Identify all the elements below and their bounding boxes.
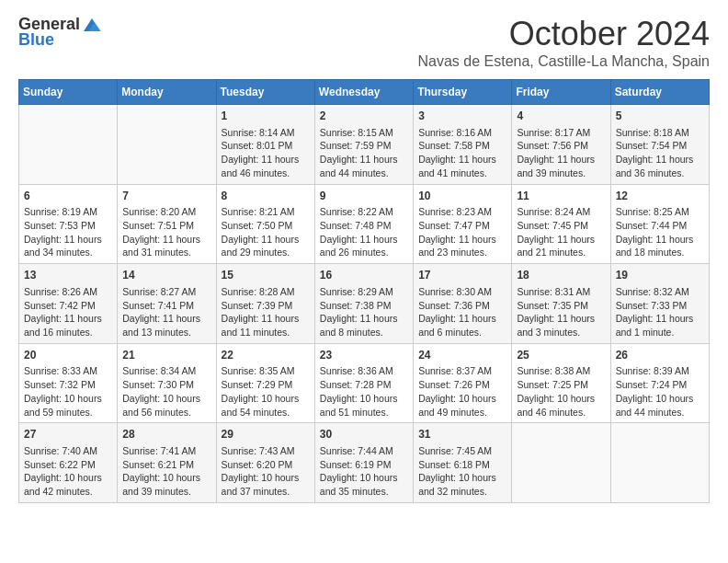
day-info-line: Sunrise: 8:24 AM (517, 205, 605, 219)
calendar-cell: 13Sunrise: 8:26 AMSunset: 7:42 PMDayligh… (19, 264, 118, 344)
day-number: 5 (616, 109, 704, 124)
day-info-line: Daylight: 11 hours and 16 minutes. (24, 312, 112, 339)
calendar-cell: 12Sunrise: 8:25 AMSunset: 7:44 PMDayligh… (610, 184, 709, 264)
day-header-thursday: Thursday (414, 80, 512, 105)
calendar-cell: 24Sunrise: 8:37 AMSunset: 7:26 PMDayligh… (414, 343, 512, 423)
calendar-cell: 10Sunrise: 8:23 AMSunset: 7:47 PMDayligh… (414, 184, 512, 264)
day-info-line: Daylight: 11 hours and 39 minutes. (517, 153, 605, 179)
calendar-cell: 31Sunrise: 7:45 AMSunset: 6:18 PMDayligh… (414, 423, 512, 503)
day-number: 19 (616, 268, 704, 283)
day-header-monday: Monday (118, 80, 216, 105)
day-info-line: Sunrise: 8:37 AM (418, 364, 506, 378)
day-info-line: Daylight: 11 hours and 1 minute. (616, 312, 704, 339)
day-number: 3 (418, 109, 506, 124)
calendar-cell: 29Sunrise: 7:43 AMSunset: 6:20 PMDayligh… (216, 423, 314, 503)
day-number: 12 (616, 189, 704, 204)
calendar-cell: 3Sunrise: 8:16 AMSunset: 7:58 PMDaylight… (414, 105, 512, 185)
day-number: 9 (320, 189, 408, 204)
day-info-line: Daylight: 11 hours and 6 minutes. (418, 312, 506, 339)
calendar-cell: 25Sunrise: 8:38 AMSunset: 7:25 PMDayligh… (512, 343, 610, 423)
day-number: 7 (122, 189, 210, 204)
day-info-line: Daylight: 10 hours and 37 minutes. (222, 471, 310, 498)
day-info-line: Sunrise: 8:35 AM (222, 364, 310, 378)
day-info-line: Sunrise: 8:30 AM (418, 285, 506, 299)
day-info-line: Sunrise: 8:32 AM (616, 285, 704, 299)
day-header-wednesday: Wednesday (314, 80, 413, 105)
day-info-line: Sunrise: 8:22 AM (320, 205, 408, 219)
day-info-line: Daylight: 11 hours and 23 minutes. (418, 233, 506, 259)
day-number: 24 (418, 348, 506, 363)
day-info-line: Daylight: 11 hours and 8 minutes. (320, 312, 408, 339)
calendar-cell (19, 105, 118, 185)
day-info-line: Sunset: 7:45 PM (517, 219, 605, 233)
day-number: 25 (517, 348, 605, 363)
calendar-cell: 9Sunrise: 8:22 AMSunset: 7:48 PMDaylight… (314, 184, 413, 264)
day-info-line: Sunrise: 8:18 AM (616, 126, 704, 140)
calendar-cell: 23Sunrise: 8:36 AMSunset: 7:28 PMDayligh… (314, 343, 413, 423)
logo-blue-text: Blue (18, 31, 54, 50)
calendar-header-row: SundayMondayTuesdayWednesdayThursdayFrid… (19, 80, 710, 105)
day-info-line: Sunrise: 8:27 AM (122, 285, 210, 299)
day-info-line: Sunset: 7:59 PM (320, 139, 408, 153)
day-info-line: Sunrise: 8:16 AM (418, 126, 506, 140)
calendar-cell (512, 423, 610, 503)
day-info-line: Sunrise: 7:45 AM (418, 444, 506, 458)
calendar-cell: 15Sunrise: 8:28 AMSunset: 7:39 PMDayligh… (216, 264, 314, 344)
day-info-line: Sunset: 7:54 PM (616, 139, 704, 153)
day-info-line: Daylight: 11 hours and 36 minutes. (616, 153, 704, 179)
day-number: 20 (24, 348, 112, 363)
calendar-week-row: 6Sunrise: 8:19 AMSunset: 7:53 PMDaylight… (19, 184, 710, 264)
day-info-line: Sunset: 8:01 PM (222, 139, 310, 153)
day-header-saturday: Saturday (610, 80, 709, 105)
month-title: October 2024 (417, 15, 710, 53)
day-number: 29 (222, 427, 310, 442)
day-info-line: Sunrise: 8:33 AM (24, 364, 112, 378)
day-number: 26 (616, 348, 704, 363)
day-info-line: Sunrise: 8:39 AM (616, 364, 704, 378)
day-number: 2 (320, 109, 408, 124)
day-info-line: Daylight: 10 hours and 42 minutes. (24, 471, 112, 498)
calendar-cell: 28Sunrise: 7:41 AMSunset: 6:21 PMDayligh… (118, 423, 216, 503)
day-info-line: Sunrise: 8:23 AM (418, 205, 506, 219)
calendar-cell: 16Sunrise: 8:29 AMSunset: 7:38 PMDayligh… (314, 264, 413, 344)
day-info-line: Sunset: 7:58 PM (418, 139, 506, 153)
day-info-line: Sunset: 7:48 PM (320, 219, 408, 233)
day-info-line: Sunset: 7:56 PM (517, 139, 605, 153)
day-info-line: Sunset: 7:26 PM (418, 378, 506, 392)
day-info-line: Daylight: 10 hours and 51 minutes. (320, 392, 408, 419)
day-info-line: Sunset: 7:38 PM (320, 299, 408, 313)
day-info-line: Daylight: 11 hours and 13 minutes. (122, 312, 210, 339)
calendar-week-row: 20Sunrise: 8:33 AMSunset: 7:32 PMDayligh… (19, 343, 710, 423)
day-info-line: Daylight: 10 hours and 35 minutes. (320, 471, 408, 498)
calendar-cell: 20Sunrise: 8:33 AMSunset: 7:32 PMDayligh… (19, 343, 118, 423)
day-info-line: Sunset: 7:35 PM (517, 299, 605, 313)
header: General Blue October 2024 Navas de Esten… (18, 15, 710, 70)
day-info-line: Sunset: 7:42 PM (24, 299, 112, 313)
day-info-line: Daylight: 11 hours and 29 minutes. (222, 233, 310, 259)
day-info-line: Sunset: 7:50 PM (222, 219, 310, 233)
calendar-cell: 27Sunrise: 7:40 AMSunset: 6:22 PMDayligh… (19, 423, 118, 503)
calendar-cell: 7Sunrise: 8:20 AMSunset: 7:51 PMDaylight… (118, 184, 216, 264)
day-info-line: Sunrise: 7:44 AM (320, 444, 408, 458)
day-info-line: Sunrise: 8:25 AM (616, 205, 704, 219)
day-info-line: Sunrise: 7:40 AM (24, 444, 112, 458)
day-info-line: Sunrise: 8:26 AM (24, 285, 112, 299)
day-info-line: Daylight: 11 hours and 18 minutes. (616, 233, 704, 259)
day-number: 30 (320, 427, 408, 442)
day-info-line: Daylight: 11 hours and 31 minutes. (122, 233, 210, 259)
calendar-cell: 5Sunrise: 8:18 AMSunset: 7:54 PMDaylight… (610, 105, 709, 185)
calendar-cell: 17Sunrise: 8:30 AMSunset: 7:36 PMDayligh… (414, 264, 512, 344)
day-number: 21 (122, 348, 210, 363)
day-info-line: Sunset: 6:22 PM (24, 458, 112, 472)
day-number: 18 (517, 268, 605, 283)
day-info-line: Sunrise: 8:21 AM (222, 205, 310, 219)
day-header-friday: Friday (512, 80, 610, 105)
day-info-line: Sunrise: 8:29 AM (320, 285, 408, 299)
day-info-line: Sunrise: 8:31 AM (517, 285, 605, 299)
day-info-line: Daylight: 11 hours and 11 minutes. (222, 312, 310, 339)
day-info-line: Sunrise: 7:41 AM (122, 444, 210, 458)
day-info-line: Daylight: 11 hours and 26 minutes. (320, 233, 408, 259)
calendar-cell: 14Sunrise: 8:27 AMSunset: 7:41 PMDayligh… (118, 264, 216, 344)
day-info-line: Sunset: 7:25 PM (517, 378, 605, 392)
calendar-cell: 6Sunrise: 8:19 AMSunset: 7:53 PMDaylight… (19, 184, 118, 264)
